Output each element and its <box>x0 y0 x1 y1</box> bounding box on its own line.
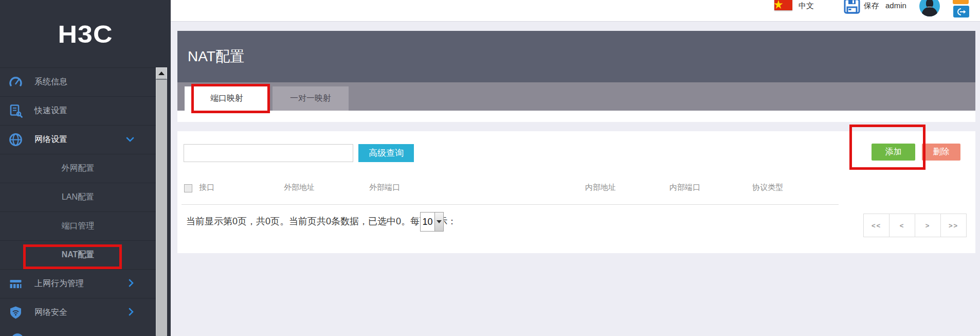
sidebar-item-label: LAN配置 <box>62 192 94 203</box>
sidebar-item-label: 上网行为管理 <box>34 278 84 289</box>
sidebar-item-port-management[interactable]: 端口管理 <box>0 211 156 240</box>
column-header-interface: 接口 <box>199 183 214 192</box>
username-label: admin <box>885 1 906 10</box>
pager-next-button[interactable]: > <box>915 214 941 237</box>
dropdown-button[interactable] <box>434 213 443 231</box>
delete-button[interactable]: 删除 <box>922 144 960 161</box>
sidebar-item-label: 端口管理 <box>62 221 95 232</box>
pager: << < > >> <box>864 214 967 237</box>
sidebar: H3C 系统信息 <box>0 0 171 336</box>
pager-last-button[interactable]: >> <box>940 214 967 237</box>
sidebar-menu: 系统信息 快速设置 <box>0 67 156 327</box>
table-separator <box>182 204 839 205</box>
quick-setup-icon <box>9 104 23 118</box>
chevron-right-icon <box>128 279 134 289</box>
chevron-down-icon <box>126 135 134 145</box>
advanced-query-button[interactable]: 高级查询 <box>358 144 414 162</box>
sidebar-item-label: 网络设置 <box>34 134 67 145</box>
user-avatar[interactable] <box>919 0 940 16</box>
logout-icon[interactable] <box>953 6 969 17</box>
h3c-logo: H3C <box>58 20 113 48</box>
sidebar-item-nat-config[interactable]: NAT配置 <box>0 240 156 269</box>
scroll-up-arrow-icon <box>158 72 165 75</box>
sidebar-item-label: NAT配置 <box>62 250 95 260</box>
add-button[interactable]: 添加 <box>872 144 915 161</box>
nat-rules-card: 高级查询 添加 删除 接口 外部地址 外部端口 内部地址 内部端口 协议类型 当… <box>177 131 975 253</box>
sidebar-item-label: 外网配置 <box>62 163 95 174</box>
pagination-summary: 当前显示第0页，共0页。当前页共0条数据，已选中0。每页显示： <box>186 215 457 227</box>
pager-first-button[interactable]: << <box>863 214 890 237</box>
sidebar-item-system-info[interactable]: 系统信息 <box>0 67 156 96</box>
save-label[interactable]: 保存 <box>864 1 879 11</box>
search-input[interactable] <box>184 144 353 162</box>
dropdown-arrow-icon <box>437 220 442 223</box>
sidebar-item-label: 快速设置 <box>34 105 67 116</box>
behavior-icon <box>9 277 23 291</box>
select-all-checkbox[interactable] <box>184 184 192 192</box>
tab-port-mapping[interactable]: 端口映射 <box>185 86 269 111</box>
china-flag-icon[interactable] <box>774 0 792 10</box>
save-icon[interactable] <box>844 0 860 16</box>
page-size-value: 10 <box>421 213 434 231</box>
column-header-external-port: 外部端口 <box>369 183 400 192</box>
chevron-right-icon <box>128 308 134 318</box>
tab-bar: 端口映射 一对一映射 <box>177 82 975 111</box>
shield-icon <box>9 306 23 320</box>
sidebar-item-behavior-management[interactable]: 上网行为管理 <box>0 269 156 298</box>
column-header-protocol-type: 协议类型 <box>752 183 783 192</box>
sidebar-scrollbar[interactable] <box>156 67 167 336</box>
page-title: NAT配置 <box>188 47 244 66</box>
sidebar-item-quick-setup[interactable]: 快速设置 <box>0 96 156 125</box>
column-header-internal-port: 内部端口 <box>669 183 700 192</box>
tab-bottom-strip <box>177 111 975 122</box>
sidebar-item-wan-config[interactable]: 外网配置 <box>0 154 156 183</box>
gauge-icon <box>9 75 23 89</box>
language-label[interactable]: 中文 <box>798 1 814 11</box>
partial-menu-icon <box>11 333 24 336</box>
sidebar-item-label: 系统信息 <box>34 77 67 87</box>
avatar-figure <box>926 0 933 7</box>
globe-icon <box>9 133 23 147</box>
pager-prev-button[interactable]: < <box>889 214 915 237</box>
app-screen: 中文 保存 admin H3C <box>0 0 980 336</box>
column-header-external-address: 外部地址 <box>284 183 315 192</box>
tab-one-to-one-mapping[interactable]: 一对一映射 <box>273 86 349 111</box>
settings-shortcut-icon[interactable] <box>953 0 969 4</box>
sidebar-item-network-security[interactable]: 网络安全 <box>0 298 156 327</box>
scrollbar-up-button[interactable] <box>156 67 167 80</box>
logo-area: H3C <box>0 0 171 67</box>
sidebar-item-label: 网络安全 <box>34 307 67 318</box>
sidebar-item-network-settings[interactable]: 网络设置 <box>0 125 156 154</box>
column-header-internal-address: 内部地址 <box>585 183 616 192</box>
scrollbar-thumb[interactable] <box>156 80 167 335</box>
sidebar-item-lan-config[interactable]: LAN配置 <box>0 183 156 211</box>
content-header: NAT配置 <box>177 31 975 82</box>
page-size-select[interactable]: 10 <box>420 212 444 232</box>
